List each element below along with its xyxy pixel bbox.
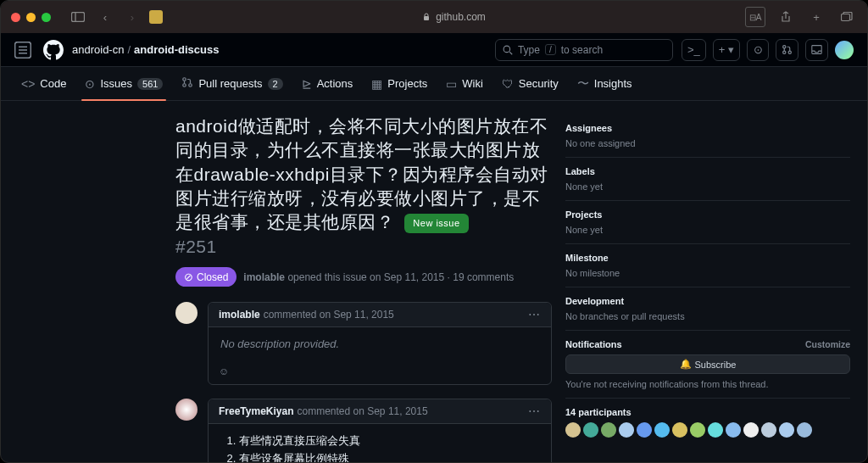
participant-avatar[interactable] [690, 422, 705, 438]
tab-projects[interactable]: ▦Projects [364, 67, 434, 101]
svg-point-8 [504, 46, 510, 53]
url-domain: github.com [436, 11, 486, 23]
window-close[interactable] [11, 13, 20, 22]
reader-icon[interactable]: ⊟A [745, 7, 765, 27]
customize-link[interactable]: Customize [805, 339, 850, 349]
repo-owner-link[interactable]: android-cn [72, 43, 124, 56]
participant-avatar[interactable] [726, 422, 741, 438]
comment-avatar[interactable] [175, 399, 198, 421]
comment-header: FreeTymeKiyan commented on Sep 11, 2015⋯ [209, 399, 551, 424]
comment: imolable commented on Sep 11, 2015⋯No de… [208, 302, 552, 385]
issues-shortcut-icon[interactable]: ⊙ [747, 39, 769, 61]
tab-pulls[interactable]: Pull requests2 [175, 67, 289, 101]
window-zoom[interactable] [42, 13, 51, 22]
svg-point-14 [183, 84, 186, 87]
comment-menu-icon[interactable]: ⋯ [528, 404, 541, 418]
share-icon[interactable] [776, 7, 796, 27]
svg-rect-2 [424, 16, 429, 20]
svg-rect-3 [842, 14, 850, 21]
tabs-overview-icon[interactable] [837, 7, 857, 27]
issue-meta: Closed imolable opened this issue on Sep… [175, 267, 552, 287]
participant-avatar[interactable] [743, 422, 759, 438]
svg-point-15 [189, 84, 192, 87]
nav-back-icon[interactable]: ‹ [95, 7, 115, 27]
repo-breadcrumb: android-cn / android-discuss [72, 43, 219, 56]
comment-avatar[interactable] [175, 302, 198, 324]
participant-avatar[interactable] [761, 422, 776, 438]
search-input[interactable]: Type / to search [495, 39, 673, 61]
inbox-icon[interactable] [805, 39, 828, 61]
lock-icon [422, 13, 431, 21]
svg-point-10 [783, 46, 786, 48]
svg-line-9 [509, 52, 512, 54]
participant-avatar[interactable] [583, 422, 598, 438]
comment-author[interactable]: FreeTymeKiyan [219, 405, 293, 417]
sidebar-milestone[interactable]: MilestoneNo milestone [565, 244, 850, 287]
tab-actions[interactable]: ⊵Actions [295, 67, 360, 101]
svg-point-13 [183, 78, 186, 81]
repo-name-link[interactable]: android-discuss [134, 43, 219, 56]
comment: FreeTymeKiyan commented on Sep 11, 2015⋯… [208, 399, 552, 462]
participant-avatar[interactable] [708, 422, 723, 438]
svg-rect-0 [72, 13, 85, 22]
participant-avatar[interactable] [797, 422, 812, 438]
comment-body: No description provided. [209, 327, 551, 362]
comment-menu-icon[interactable]: ⋯ [528, 308, 541, 321]
new-issue-button[interactable]: New issue [404, 214, 468, 233]
nav-forward-icon[interactable]: › [122, 7, 142, 27]
sidebar-projects[interactable]: ProjectsNone yet [565, 201, 850, 244]
github-logo-icon[interactable] [43, 40, 64, 60]
participant-avatar[interactable] [654, 422, 670, 438]
sidebar-participants: 14 participants [565, 399, 850, 446]
search-icon [503, 45, 513, 55]
new-tab-icon[interactable]: + [806, 7, 826, 27]
participant-avatar[interactable] [672, 422, 687, 438]
comment-body: 有些情况直接压缩会失真有些设备屏幕比例特殊大部分情况都可以用最大尺寸加.9.pn… [209, 424, 551, 462]
repo-tabs: <>Code ⊙Issues561 Pull requests2 ⊵Action… [1, 67, 867, 101]
tab-issues[interactable]: ⊙Issues561 [78, 67, 170, 101]
participant-avatar[interactable] [619, 422, 634, 438]
participant-avatar[interactable] [637, 422, 652, 438]
url-bar[interactable]: github.com [170, 11, 738, 23]
menu-icon[interactable] [14, 42, 31, 59]
tab-security[interactable]: 🛡Security [495, 67, 565, 101]
tab-code[interactable]: <>Code [14, 67, 73, 101]
sidebar-development[interactable]: DevelopmentNo branches or pull requests [565, 287, 850, 331]
issue-title: android做适配时，会将不同大小的图片放在不同的目录，为什么不直接将一张最大… [175, 114, 552, 259]
sidebar-toggle-icon[interactable] [68, 7, 88, 27]
sidebar-labels[interactable]: LabelsNone yet [565, 158, 850, 201]
comment-author[interactable]: imolable [219, 309, 260, 321]
status-badge: Closed [175, 267, 236, 287]
github-header: android-cn / android-discuss Type / to s… [1, 33, 867, 67]
sidebar-assignees[interactable]: AssigneesNo one assigned [565, 114, 850, 158]
tab-insights[interactable]: 〜Insights [570, 67, 639, 101]
pull-requests-shortcut-icon[interactable] [776, 39, 798, 61]
subscribe-button[interactable]: 🔔 Subscribe [565, 354, 850, 374]
tab-wiki[interactable]: ▭Wiki [439, 67, 490, 101]
svg-point-12 [788, 51, 791, 53]
browser-titlebar: ‹ › github.com ⊟A + [1, 1, 867, 33]
participant-avatar[interactable] [601, 422, 616, 438]
comment-header: imolable commented on Sep 11, 2015⋯ [209, 303, 551, 327]
create-new-button[interactable]: + ▾ [713, 39, 740, 61]
participant-avatar[interactable] [565, 422, 581, 438]
participant-avatar[interactable] [779, 422, 794, 438]
sidebar-notifications: NotificationsCustomize 🔔 Subscribe You'r… [565, 331, 850, 399]
favicon [149, 10, 163, 24]
user-avatar[interactable] [835, 41, 854, 59]
svg-point-11 [783, 51, 786, 53]
reaction-button[interactable]: ☺ [209, 362, 551, 384]
command-palette-button[interactable]: >_ [682, 39, 706, 61]
window-minimize[interactable] [26, 13, 36, 22]
